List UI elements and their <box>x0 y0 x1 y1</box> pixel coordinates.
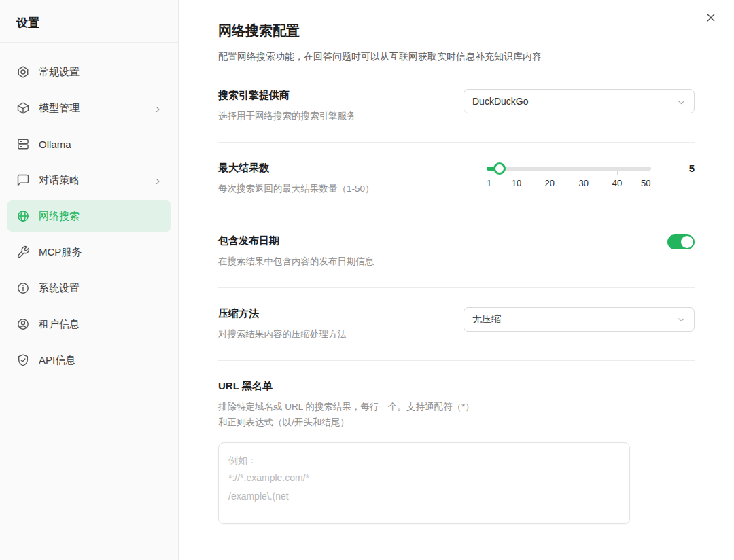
slider-handle[interactable] <box>493 162 506 175</box>
sidebar-item-model-management[interactable]: 模型管理 <box>7 92 171 124</box>
close-icon <box>705 12 716 23</box>
chat-bubble-icon <box>16 173 30 187</box>
url-blacklist-textarea[interactable] <box>218 442 630 524</box>
general-settings-icon <box>16 65 30 79</box>
chevron-down-icon <box>677 315 686 323</box>
sidebar-item-label: API信息 <box>39 354 162 367</box>
info-icon <box>16 281 30 295</box>
sidebar-item-label: 租户信息 <box>39 318 162 331</box>
setting-row-max-results: 最大结果数 每次搜索返回的最大结果数量（1-50） 1 10 20 <box>218 143 695 215</box>
sidebar-item-web-search[interactable]: 网络搜索 <box>7 200 171 232</box>
max-results-slider[interactable]: 1 10 20 30 40 50 <box>487 162 651 192</box>
globe-icon <box>16 209 30 223</box>
cube-icon <box>16 101 30 115</box>
close-button[interactable] <box>701 8 720 27</box>
slider-tick-labels: 1 10 20 30 40 50 <box>487 178 651 190</box>
setting-label: URL 黑名单 <box>218 380 695 393</box>
sidebar-item-system-settings[interactable]: 系统设置 <box>7 273 171 304</box>
sidebar-item-label: 模型管理 <box>39 102 154 115</box>
setting-description: 选择用于网络搜索的搜索引擎服务 <box>218 109 356 124</box>
compression-select[interactable]: 无压缩 <box>464 307 695 332</box>
settings-sidebar: 设置 常规设置 模型管理 Ollama <box>0 0 179 560</box>
setting-label: 包含发布日期 <box>218 234 374 247</box>
wrench-icon <box>16 245 30 259</box>
web-search-config-panel: 网络搜索配置 配置网络搜索功能，在回答问题时可以从互联网获取实时信息补充知识库内… <box>179 0 734 560</box>
setting-description: 在搜索结果中包含内容的发布日期信息 <box>218 254 374 270</box>
toggle-knob <box>681 236 693 248</box>
tick-label: 50 <box>641 178 650 188</box>
setting-description: 对搜索结果内容的压缩处理方法 <box>218 327 347 343</box>
sidebar-item-label: 系统设置 <box>39 282 162 295</box>
sidebar-item-api-info[interactable]: API信息 <box>7 345 171 376</box>
tick-label: 20 <box>544 178 554 188</box>
setting-label: 压缩方法 <box>218 307 347 320</box>
setting-description: 排除特定域名或 URL 的搜索结果，每行一个。支持通配符（*） 和正则表达式（以… <box>218 400 695 431</box>
slider-tick <box>646 171 646 175</box>
tick-label: 1 <box>487 178 491 188</box>
sidebar-item-label: 常规设置 <box>39 66 162 79</box>
tick-label: 10 <box>512 178 521 188</box>
chevron-right-icon <box>154 176 162 184</box>
slider-track[interactable] <box>487 167 651 171</box>
sidebar-item-label: MCP服务 <box>39 246 162 259</box>
sidebar-item-conversation-strategy[interactable]: 对话策略 <box>7 164 171 196</box>
compression-value: 无压缩 <box>472 313 677 326</box>
sidebar-item-label: Ollama <box>39 139 162 150</box>
setting-label: 最大结果数 <box>218 162 374 175</box>
shield-check-icon <box>16 353 30 367</box>
chevron-down-icon <box>677 97 686 106</box>
setting-description: 每次搜索返回的最大结果数量（1-50） <box>218 181 374 197</box>
page-title: 网络搜索配置 <box>218 0 695 40</box>
slider-tick <box>517 171 517 175</box>
slider-tick <box>617 171 618 175</box>
search-engine-select[interactable]: DuckDuckGo <box>464 89 695 113</box>
tick-label: 40 <box>612 178 622 188</box>
sidebar-nav: 常规设置 模型管理 Ollama 对话策略 <box>0 43 178 376</box>
sidebar-item-tenant-info[interactable]: 租户信息 <box>7 309 171 340</box>
sidebar-title: 设置 <box>0 0 178 43</box>
search-engine-value: DuckDuckGo <box>472 96 677 107</box>
setting-row-url-blacklist: URL 黑名单 排除特定域名或 URL 的搜索结果，每行一个。支持通配符（*） … <box>218 361 695 544</box>
user-circle-icon <box>16 317 30 331</box>
sidebar-item-general-settings[interactable]: 常规设置 <box>7 56 171 88</box>
chevron-right-icon <box>154 104 162 112</box>
sidebar-item-ollama[interactable]: Ollama <box>7 128 171 160</box>
include-date-toggle[interactable] <box>667 234 695 249</box>
sidebar-item-label: 网络搜索 <box>39 210 162 223</box>
setting-row-search-engine: 搜索引擎提供商 选择用于网络搜索的搜索引擎服务 DuckDuckGo <box>218 89 695 143</box>
tick-label: 30 <box>579 178 589 188</box>
server-icon <box>16 137 30 151</box>
sidebar-item-label: 对话策略 <box>39 174 154 187</box>
sidebar-item-mcp-service[interactable]: MCP服务 <box>7 237 171 268</box>
setting-row-include-date: 包含发布日期 在搜索结果中包含内容的发布日期信息 <box>218 215 695 288</box>
max-results-value: 5 <box>689 162 695 174</box>
slider-tick <box>550 171 550 175</box>
setting-row-compression: 压缩方法 对搜索结果内容的压缩处理方法 无压缩 <box>218 288 695 361</box>
page-subtitle: 配置网络搜索功能，在回答问题时可以从互联网获取实时信息补充知识库内容 <box>218 51 695 63</box>
slider-tick <box>584 171 584 175</box>
setting-label: 搜索引擎提供商 <box>218 89 356 102</box>
